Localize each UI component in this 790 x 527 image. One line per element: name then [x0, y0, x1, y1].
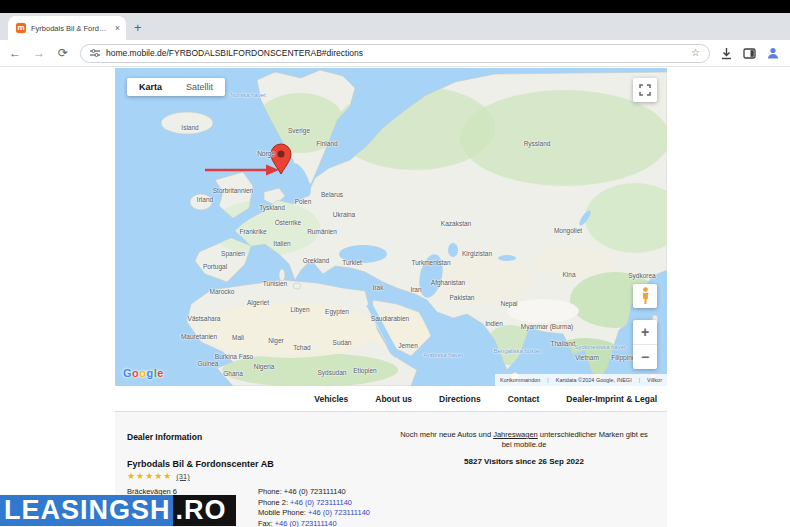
browser-toolbar: ← → ⟳ home.mobile.de/FYRBODALSBILFORDONS…: [0, 40, 790, 67]
tab-title: Fyrbodals Bil & Fordonscente: [31, 24, 110, 33]
dealer-rating-stars: ★★★★★(31): [127, 471, 190, 481]
map-graphic: [115, 68, 667, 386]
google-logo-letter: g: [147, 367, 154, 379]
attribution-separator: |: [547, 377, 548, 383]
new-tab-button[interactable]: +: [134, 19, 142, 37]
zoom-control: + −: [633, 320, 657, 369]
bookmark-star-icon[interactable]: ☆: [691, 48, 700, 58]
toolbar-actions: ⋮: [720, 46, 790, 60]
review-count-link[interactable]: (31): [176, 472, 189, 481]
promo-text: Noch mehr neue Autos und Jahreswagen unt…: [400, 430, 648, 450]
page-content: Norska havetIslandSverigeNorgeFinlandRys…: [115, 68, 667, 527]
url-text[interactable]: home.mobile.de/FYRBODALSBILFORDONSCENTER…: [106, 48, 685, 58]
tab-strip: m Fyrbodals Bil & Fordonscente × +: [0, 13, 790, 40]
phone-number[interactable]: +46 (0) 723111140: [308, 508, 370, 517]
phone-row: Fax: +46 (0) 723111140: [258, 519, 370, 527]
nav-link-directions[interactable]: Directions: [439, 394, 481, 404]
map-data-credit: Kartdata ©2024 Google, INEGI: [556, 377, 632, 383]
address-bar[interactable]: home.mobile.de/FYRBODALSBILFORDONSCENTER…: [80, 44, 710, 63]
nav-link-vehicles[interactable]: Vehicles: [314, 394, 348, 404]
window-top-bar: [0, 0, 790, 13]
forward-icon[interactable]: →: [32, 46, 46, 60]
dealer-name: Fyrbodals Bil & Fordonscenter AB: [127, 459, 274, 469]
watermark-part2: .RO: [173, 495, 236, 526]
nav-link-contact[interactable]: Contact: [508, 394, 540, 404]
browser-tab[interactable]: m Fyrbodals Bil & Fordonscente ×: [8, 16, 126, 40]
star-icons: ★★★★★: [127, 471, 172, 481]
download-icon[interactable]: [720, 47, 733, 60]
map-type-satellit-button[interactable]: Satellit: [174, 78, 225, 96]
phone-row: Mobile Phone: +46 (0) 723111140: [258, 508, 370, 519]
phone-row: Phone 2: +46 (0) 723111140: [258, 498, 370, 509]
tune-icon: [90, 48, 100, 58]
zoom-out-button[interactable]: −: [633, 345, 657, 369]
profile-avatar-icon[interactable]: [766, 46, 780, 60]
google-logo: Google: [123, 367, 164, 379]
zoom-in-button[interactable]: +: [633, 320, 657, 345]
phone-label: Mobile Phone:: [258, 508, 308, 517]
phone-label: Fax:: [258, 519, 275, 527]
phone-number[interactable]: +46 (0) 723111140: [290, 498, 352, 507]
fullscreen-button[interactable]: [633, 78, 657, 102]
jahreswagen-link[interactable]: Jahreswagen: [493, 430, 538, 439]
google-logo-letter: e: [157, 367, 164, 379]
tab-close-icon[interactable]: ×: [115, 23, 120, 33]
reload-icon[interactable]: ⟳: [56, 46, 70, 60]
keyboard-shortcuts-link[interactable]: Kortkommandon: [500, 377, 540, 383]
google-logo-letter: o: [139, 367, 146, 379]
map-attribution: Kortkommandon | Kartdata ©2024 Google, I…: [495, 374, 667, 386]
terms-link[interactable]: Villkor: [647, 377, 662, 383]
leasingsh-watermark: LEASINGSH .RO: [0, 495, 236, 526]
phone-label: Phone:: [258, 487, 284, 496]
pegman-icon: [640, 287, 651, 305]
promo-pre: Noch mehr neue Autos und: [400, 430, 493, 439]
map-canvas[interactable]: Norska havetIslandSverigeNorgeFinlandRys…: [115, 68, 667, 386]
google-logo-letter: G: [123, 367, 132, 379]
attribution-separator: |: [639, 377, 640, 383]
mobile-de-favicon: m: [16, 23, 26, 33]
nav-link-about-us[interactable]: About us: [375, 394, 412, 404]
dealer-phone-list: Phone: +46 (0) 723111140Phone 2: +46 (0)…: [258, 487, 370, 527]
pegman-control[interactable]: [633, 284, 657, 308]
fullscreen-icon: [639, 84, 651, 96]
browser-window: m Fyrbodals Bil & Fordonscente × + ← → ⟳…: [0, 0, 790, 527]
dealer-info-heading: Dealer Information: [127, 432, 202, 442]
back-icon[interactable]: ←: [8, 46, 22, 60]
map-type-karta-button[interactable]: Karta: [127, 78, 174, 96]
map-type-switcher: Karta Satellit: [127, 78, 225, 96]
side-panel-icon[interactable]: [743, 47, 756, 60]
phone-number[interactable]: +46 (0) 723111140: [275, 519, 337, 527]
phone-label: Phone 2:: [258, 498, 290, 507]
watermark-part1: LEASINGSH: [0, 495, 173, 526]
phone-number: +46 (0) 723111140: [284, 487, 346, 496]
visitors-counter: 5827 Visitors since 26 Sep 2022: [400, 457, 648, 466]
nav-link-dealer-imprint-legal[interactable]: Dealer-Imprint & Legal: [566, 394, 657, 404]
phone-row: Phone: +46 (0) 723111140: [258, 487, 370, 498]
dealer-page-nav: VehiclesAbout usDirectionsContactDealer-…: [115, 386, 667, 412]
